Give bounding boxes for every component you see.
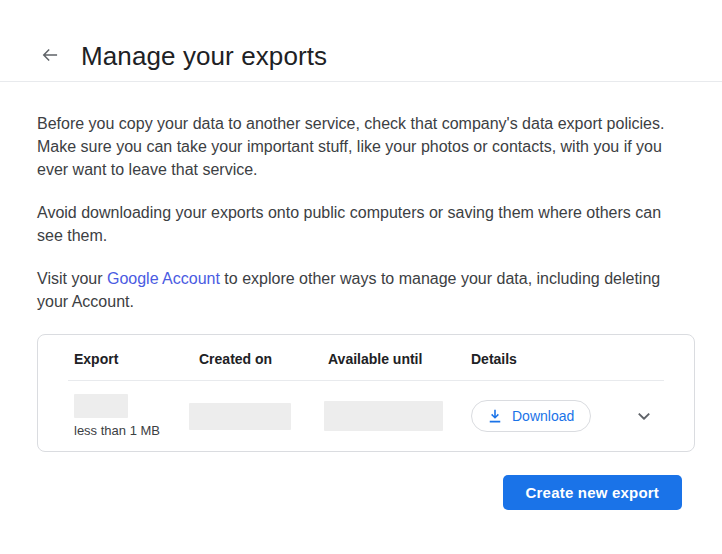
available-until-redacted — [324, 401, 443, 431]
column-header-available-until: Available until — [328, 351, 471, 367]
chevron-down-icon — [633, 405, 655, 427]
created-on-redacted — [189, 403, 291, 430]
google-account-link[interactable]: Google Account — [107, 270, 220, 287]
column-header-export: Export — [74, 351, 199, 367]
arrow-left-icon — [40, 45, 60, 68]
expand-row-button[interactable] — [632, 404, 656, 428]
footer-actions: Create new export — [0, 475, 682, 510]
back-button[interactable] — [38, 45, 62, 69]
table-header-row: Export Created on Available until Detail… — [74, 351, 658, 367]
table-row: less than 1 MB Download — [38, 381, 694, 451]
created-on-cell — [199, 403, 328, 430]
download-button[interactable]: Download — [471, 400, 591, 432]
intro-paragraph-1: Before you copy your data to another ser… — [37, 112, 685, 181]
page-header: Manage your exports — [0, 0, 722, 82]
create-new-export-button[interactable]: Create new export — [503, 475, 682, 510]
available-until-cell — [328, 401, 471, 431]
exports-table-card: Export Created on Available until Detail… — [37, 334, 695, 452]
page-title: Manage your exports — [81, 41, 327, 72]
intro-paragraph-2: Avoid downloading your exports onto publ… — [37, 201, 685, 247]
column-header-created-on: Created on — [199, 351, 328, 367]
main-content: Before you copy your data to another ser… — [0, 112, 722, 510]
intro-paragraph-3: Visit your Google Account to explore oth… — [37, 267, 685, 313]
download-icon — [486, 407, 504, 425]
export-name-cell: less than 1 MB — [74, 394, 199, 438]
column-header-details: Details — [471, 351, 658, 367]
intro-text: Before you copy your data to another ser… — [37, 112, 685, 313]
intro-paragraph-3-prefix: Visit your — [37, 270, 107, 287]
download-button-label: Download — [512, 408, 574, 424]
export-size-label: less than 1 MB — [74, 423, 160, 438]
export-name-redacted — [74, 394, 128, 418]
details-cell: Download — [471, 400, 628, 432]
